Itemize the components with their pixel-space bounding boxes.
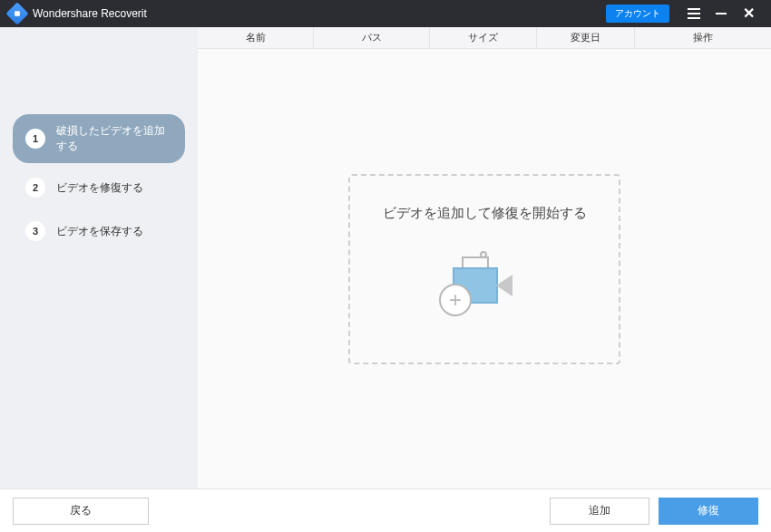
plus-icon: + <box>439 284 472 316</box>
step-label: ビデオを保存する <box>56 224 143 239</box>
account-button[interactable]: アカウント <box>606 5 669 23</box>
step-label: ビデオを修復する <box>56 180 143 196</box>
repair-button[interactable]: 修復 <box>659 498 758 525</box>
step-save-video[interactable]: 3 ビデオを保存する <box>13 212 185 250</box>
column-header-date[interactable]: 変更日 <box>537 27 635 48</box>
back-button[interactable]: 戻る <box>13 498 149 525</box>
step-number: 1 <box>25 129 45 149</box>
table-header: 名前 パス サイズ 変更日 操作 <box>198 27 771 49</box>
titlebar: Wondershare Recoverit アカウント ✕ <box>0 0 771 27</box>
main-panel: 名前 パス サイズ 変更日 操作 ビデオを追加して修復を開始する + <box>198 27 771 488</box>
close-icon: ✕ <box>743 6 755 21</box>
close-button[interactable]: ✕ <box>735 0 762 27</box>
add-button[interactable]: 追加 <box>550 498 649 525</box>
video-dropzone[interactable]: ビデオを追加して修復を開始する + <box>348 174 620 364</box>
video-camera-icon: + <box>444 247 525 320</box>
column-header-name[interactable]: 名前 <box>198 27 314 48</box>
hamburger-icon <box>688 8 700 19</box>
app-title: Wondershare Recoverit <box>33 7 147 20</box>
minimize-button[interactable] <box>708 0 735 27</box>
column-header-size[interactable]: サイズ <box>430 27 537 48</box>
sidebar: 1 破損したビデオを追加する 2 ビデオを修復する 3 ビデオを保存する <box>0 27 198 488</box>
step-number: 2 <box>25 178 45 198</box>
column-header-path[interactable]: パス <box>314 27 430 48</box>
minimize-icon <box>716 13 727 15</box>
menu-button[interactable] <box>680 0 708 27</box>
step-label: 破損したビデオを追加する <box>56 123 172 154</box>
step-repair-video[interactable]: 2 ビデオを修復する <box>13 169 185 207</box>
column-header-action[interactable]: 操作 <box>635 27 771 48</box>
step-add-video[interactable]: 1 破損したビデオを追加する <box>13 114 185 163</box>
step-number: 3 <box>25 221 45 241</box>
footer: 戻る 追加 修復 <box>0 488 771 532</box>
app-logo-icon <box>5 2 28 24</box>
dropzone-text: ビデオを追加して修復を開始する <box>383 205 587 222</box>
